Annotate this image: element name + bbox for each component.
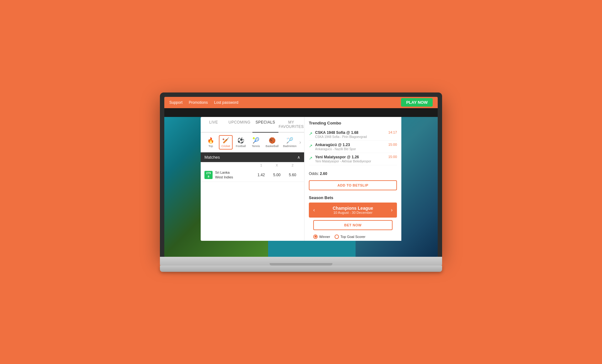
sport-label-top: Top (209, 145, 213, 148)
sport-icon-badminton[interactable]: 🏸 Badminton (282, 136, 298, 149)
match-teams: Sri Lanka West Indies (215, 170, 233, 180)
team-column (204, 163, 253, 167)
add-betslip-button[interactable]: ADD TO BETSLIP (309, 180, 397, 190)
trend-time-1: 14:17 (388, 130, 397, 134)
trend-time-3: 15:00 (388, 155, 397, 159)
badge-score: 279 (206, 171, 211, 175)
match-row: 279 8 Sri Lanka West Indies 1.42 5.00 5.… (201, 168, 304, 182)
badge-wickets: 8 (206, 175, 211, 178)
sport-icon-cricket[interactable]: 🏏 Cricket (219, 135, 233, 150)
tab-upcoming[interactable]: UPCOMING (227, 117, 253, 132)
trending-item-2: ↗ Ankaragücü @ 1.23 Ankaragucü - Nazilli… (309, 141, 397, 153)
trend-time-2: 15:00 (388, 143, 397, 146)
trending-item-1: ↗ CSKA 1948 Sofia @ 1.68 CSKA 1948 Sofia… (309, 129, 397, 141)
odds-1[interactable]: 1.42 (253, 173, 269, 177)
match-info: 279 8 Sri Lanka West Indies (204, 170, 253, 180)
tabs-row: LIVE UPCOMING SPECIALS MY FAVOURITES (201, 117, 304, 133)
trend-arrow-icon-1: ↗ (309, 131, 313, 136)
dark-banner (164, 108, 438, 117)
odds-display: Odds: 2.60 (304, 169, 401, 178)
tab-specials[interactable]: SPECIALS (252, 117, 278, 133)
tab-my-favourites[interactable]: MY FAVOURITES (278, 117, 304, 132)
nav-lost-password[interactable]: Lost password (214, 100, 238, 105)
trend-match-3: Yeni Malatyaspor - Akhisar Belediyespor (315, 160, 386, 163)
odds-value: 2.60 (320, 171, 327, 176)
bet-now-button[interactable]: BET NOW (313, 220, 393, 230)
chevron-right-icon[interactable]: › (299, 140, 301, 145)
laptop-base (160, 266, 442, 272)
radio-scorer[interactable] (335, 235, 339, 239)
bet-type-row: Winner Top Goal Scorer (309, 233, 397, 241)
season-bets-section: Season Bets ‹ Champions League 10 August… (304, 192, 401, 241)
trend-team-3: Yeni Malatyaspor @ 1.26 (315, 155, 386, 159)
matches-header: Matches ∧ (201, 152, 304, 162)
banner-next-arrow[interactable]: › (391, 207, 393, 213)
sport-label-cricket: Cricket (221, 145, 230, 148)
sport-icon-tennis[interactable]: 🎾 Tennis (249, 136, 263, 149)
col1-header: 1 (253, 163, 269, 167)
trend-match-2: Ankaragucü - Nazilli Bld Spor (315, 147, 386, 151)
laptop-container: Support Promotions Lost password PLAY NO… (160, 92, 442, 272)
trending-title: Trending Combo (309, 121, 397, 125)
sport-label-badminton: Badminton (283, 145, 297, 148)
sport-icons-row: 🔥 Top 🏏 Cricket ⚽ Football 🎾 (201, 133, 304, 152)
sport-icon-basketball[interactable]: 🏀 Basketball (264, 136, 280, 149)
trend-match-1: CSKA 1948 Sofia - Pirin Blagoevgrad (315, 135, 386, 139)
collapse-icon[interactable]: ∧ (297, 155, 300, 160)
sport-icon-top[interactable]: 🔥 Top (204, 136, 218, 149)
trend-info-3: Yeni Malatyaspor @ 1.26 Yeni Malatyaspor… (315, 155, 386, 163)
odds-x[interactable]: 5.00 (269, 173, 285, 177)
left-panel: LIVE UPCOMING SPECIALS MY FAVOURITES 🔥 T… (201, 117, 304, 241)
football-icon: ⚽ (237, 137, 244, 144)
bet-type-scorer-label: Top Goal Scorer (341, 235, 365, 239)
tennis-icon: 🎾 (252, 137, 259, 144)
bet-type-scorer[interactable]: Top Goal Scorer (335, 235, 365, 239)
laptop-bottom-bar (160, 257, 442, 266)
trend-arrow-icon-3: ↗ (309, 156, 313, 161)
trending-section: Trending Combo ↗ CSKA 1948 Sofia @ 1.68 … (304, 117, 401, 169)
main-content: LIVE UPCOMING SPECIALS MY FAVOURITES 🔥 T… (164, 117, 438, 241)
season-bets-title: Season Bets (309, 195, 397, 200)
top-nav: Support Promotions Lost password PLAY NO… (164, 97, 438, 108)
basketball-icon: 🏀 (269, 137, 276, 144)
colX-header: X (269, 163, 285, 167)
trend-arrow-icon-2: ↗ (309, 143, 313, 148)
right-panel: Trending Combo ↗ CSKA 1948 Sofia @ 1.68 … (304, 117, 401, 241)
cricket-icon: 🏏 (222, 137, 229, 144)
nav-support[interactable]: Support (169, 100, 182, 105)
play-now-button[interactable]: PLAY NOW (401, 98, 433, 107)
bet-type-winner[interactable]: Winner (313, 235, 330, 239)
champions-date: 10 August - 30 December (315, 211, 391, 214)
laptop-screen: Support Promotions Lost password PLAY NO… (164, 97, 438, 257)
trending-item-3: ↗ Yeni Malatyaspor @ 1.26 Yeni Malatyasp… (309, 153, 397, 165)
trend-info-2: Ankaragücü @ 1.23 Ankaragucü - Nazilli B… (315, 143, 386, 151)
trend-team-1: CSKA 1948 Sofia @ 1.68 (315, 130, 386, 135)
radio-winner[interactable] (313, 235, 318, 239)
match-badge: 279 8 (204, 171, 213, 179)
trend-info-1: CSKA 1948 Sofia @ 1.68 CSKA 1948 Sofia -… (315, 130, 386, 139)
sport-icon-football[interactable]: ⚽ Football (234, 136, 248, 149)
team1-name: Sri Lanka (215, 170, 233, 175)
sport-label-football: Football (236, 145, 246, 148)
fire-icon: 🔥 (207, 137, 214, 144)
champions-league-title: Champions League (315, 206, 391, 211)
nav-links: Support Promotions Lost password (169, 100, 238, 105)
laptop-bezel: Support Promotions Lost password PLAY NO… (160, 92, 442, 257)
sport-label-tennis: Tennis (252, 145, 260, 148)
nav-promotions[interactable]: Promotions (189, 100, 208, 105)
col2-header: 2 (285, 163, 300, 167)
badminton-icon: 🏸 (286, 137, 293, 144)
tab-live[interactable]: LIVE (201, 117, 227, 132)
bet-type-winner-label: Winner (319, 235, 330, 239)
trend-team-2: Ankaragücü @ 1.23 (315, 143, 386, 147)
odds-2[interactable]: 5.60 (285, 173, 300, 177)
team2-name: West Indies (215, 175, 233, 180)
champions-text: Champions League 10 August - 30 December (315, 206, 391, 214)
matches-label: Matches (204, 155, 220, 160)
sport-label-basketball: Basketball (266, 145, 279, 148)
match-table-header: 1 X 2 (201, 162, 304, 168)
odds-label: Odds: (309, 171, 319, 176)
champions-banner: ‹ Champions League 10 August - 30 Decemb… (309, 203, 397, 218)
